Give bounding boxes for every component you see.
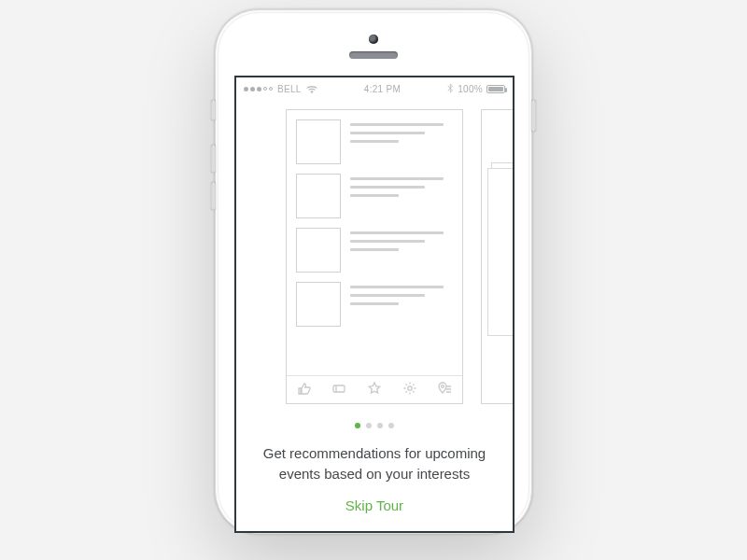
gear-icon — [402, 381, 417, 399]
text-lines — [350, 282, 453, 327]
phone-screen: BELL 4:21 PM 100% — [234, 76, 514, 533]
bluetooth-icon — [447, 83, 454, 95]
clock-label: 4:21 PM — [364, 84, 401, 94]
list-item — [287, 164, 462, 218]
svg-point-2 — [407, 385, 411, 389]
tour-carousel[interactable] — [236, 109, 513, 417]
list-item — [287, 218, 462, 273]
phone-frame: BELL 4:21 PM 100% — [215, 9, 532, 534]
thumbnail-placeholder — [296, 282, 341, 327]
carrier-label: BELL — [277, 84, 302, 94]
page-dot[interactable] — [377, 423, 383, 428]
status-bar: BELL 4:21 PM 100% — [236, 77, 513, 100]
svg-rect-1 — [333, 385, 345, 392]
svg-point-3 — [442, 385, 444, 387]
tour-card — [286, 109, 463, 404]
signal-dots-icon — [244, 87, 273, 91]
wifi-icon — [306, 85, 317, 93]
page-dot[interactable] — [366, 423, 372, 428]
svg-point-0 — [311, 91, 313, 93]
map-pin-icon — [437, 381, 452, 399]
silence-switch — [211, 100, 216, 120]
power-button — [531, 100, 536, 132]
battery-pct-label: 100% — [458, 84, 483, 94]
battery-icon — [486, 85, 505, 93]
thumbnail-placeholder — [296, 174, 341, 218]
page-dot[interactable] — [355, 423, 360, 428]
camera-dot — [369, 35, 378, 44]
text-lines — [350, 119, 453, 164]
star-icon — [367, 381, 382, 399]
list-item — [287, 273, 462, 327]
text-lines — [350, 228, 453, 273]
volume-up-button — [211, 145, 216, 173]
mock-tab-bar — [287, 375, 462, 403]
thumbnail-placeholder — [296, 119, 341, 164]
tour-card-peek — [481, 109, 514, 404]
ticket-icon — [331, 381, 346, 399]
skip-tour-button[interactable]: Skip Tour — [236, 497, 513, 513]
volume-down-button — [211, 182, 216, 210]
page-dot[interactable] — [388, 423, 394, 428]
text-lines — [350, 174, 453, 218]
list-item — [287, 110, 462, 164]
tour-caption: Get recommendations for upcoming events … — [236, 428, 513, 484]
thumbs-up-icon — [297, 381, 312, 399]
speaker-slot — [349, 51, 398, 59]
thumbnail-placeholder — [296, 228, 341, 273]
